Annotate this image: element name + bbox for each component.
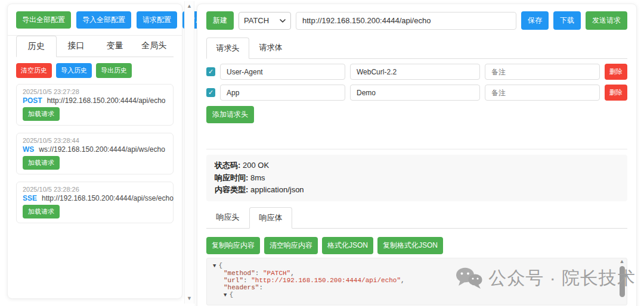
- history-timestamp: 2025/10/5 23:28:26: [23, 186, 167, 193]
- history-method: SSE: [23, 194, 37, 202]
- json-separator: :: [259, 284, 263, 291]
- export-history-button[interactable]: 导出历史: [96, 63, 132, 78]
- history-url: ws://192.168.150.200:4444/api/ws/echo: [39, 145, 165, 154]
- history-url: http://192.168.150.200:4444/api/sse/echo: [42, 194, 174, 202]
- delete-header-button[interactable]: 删除: [605, 64, 627, 80]
- copy-formatted-json-button[interactable]: 复制格式化JSON: [377, 237, 443, 254]
- json-line: ▼{: [213, 291, 624, 299]
- content-type-line: 内容类型: application/json: [215, 184, 619, 196]
- spacer: [206, 123, 627, 149]
- load-request-button[interactable]: 加载请求: [23, 107, 60, 121]
- request-tabs: 请求头 请求体: [206, 38, 627, 59]
- load-request-button[interactable]: 加载请求: [23, 205, 60, 218]
- sidebar-tabs: 历史 接口 变量 全局头: [16, 36, 174, 57]
- import-history-button[interactable]: 导入历史: [56, 63, 92, 78]
- tab-global-headers[interactable]: 全局头: [135, 36, 174, 57]
- json-comma: ,: [401, 277, 405, 284]
- delete-header-button[interactable]: 删除: [605, 85, 627, 101]
- divider: [206, 149, 627, 149]
- config-toolbar: 导出全部配置 导入全部配置 请求配置 常用工具: [16, 11, 174, 29]
- scroll-down-icon[interactable]: ▼: [187, 296, 192, 301]
- history-url: http://192.168.150.200:4444/api/echo: [47, 96, 166, 105]
- collapse-arrow-icon[interactable]: ▼: [213, 263, 216, 269]
- header-row: ✓ 删除: [206, 64, 627, 80]
- json-value: "http://192.168.150.200:4444/api/echo": [251, 277, 401, 284]
- tab-api[interactable]: 接口: [57, 36, 96, 57]
- status-code-label: 状态码:: [215, 161, 240, 170]
- scrollbar-thumb[interactable]: [620, 266, 625, 297]
- clear-history-button[interactable]: 清空历史: [16, 63, 52, 78]
- header-remark-input[interactable]: [485, 64, 600, 80]
- tab-variables[interactable]: 变量: [95, 36, 135, 57]
- json-line: ▼{: [213, 262, 624, 270]
- method-select[interactable]: PATCH: [239, 12, 291, 30]
- sidebar-panel: 导出全部配置 导入全部配置 请求配置 常用工具 历史 接口 变量 全局头 清空历…: [7, 4, 182, 299]
- copy-response-button[interactable]: 复制响应内容: [206, 237, 260, 254]
- header-name-input[interactable]: [220, 64, 345, 80]
- json-line: "headers":: [213, 284, 624, 291]
- history-method: WS: [23, 145, 34, 154]
- header-value-input[interactable]: [350, 85, 480, 101]
- json-line: "method": "PATCH",: [213, 270, 624, 277]
- history-method: POST: [23, 96, 42, 105]
- header-remark-input[interactable]: [485, 85, 600, 101]
- response-tabs: 响应头 响应体: [206, 207, 627, 229]
- header-enabled-checkbox[interactable]: ✓: [206, 88, 215, 97]
- json-comma: ,: [290, 270, 295, 277]
- response-scrollbar[interactable]: ▲: [618, 260, 626, 305]
- page-scrollbar[interactable]: ▲ ▼: [184, 1, 194, 304]
- header-enabled-checkbox[interactable]: ✓: [206, 67, 215, 76]
- json-bracket: {: [218, 262, 222, 269]
- scroll-up-icon[interactable]: ▲: [620, 260, 623, 265]
- tab-response-headers[interactable]: 响应头: [206, 207, 249, 228]
- history-request-line: POSThttp://192.168.150.200:4444/api/echo: [23, 96, 167, 105]
- chevron-down-icon: [280, 18, 286, 24]
- format-json-button[interactable]: 格式化JSON: [322, 237, 373, 254]
- export-all-config-button[interactable]: 导出全部配置: [16, 11, 71, 29]
- load-request-button[interactable]: 加载请求: [23, 156, 60, 170]
- status-code-line: 状态码: 200 OK: [215, 160, 619, 172]
- new-request-button[interactable]: 新建: [206, 11, 234, 30]
- request-config-button[interactable]: 请求配置: [137, 11, 177, 29]
- history-item: 2025/10/5 23:28:44 WSws://192.168.150.20…: [16, 133, 174, 174]
- send-request-button[interactable]: 发送请求: [586, 11, 627, 30]
- request-toolbar: 新建 PATCH 保存 下载 发送请求: [206, 11, 627, 30]
- header-value-input[interactable]: [350, 64, 480, 80]
- content-type-label: 内容类型:: [215, 185, 248, 194]
- download-button[interactable]: 下载: [553, 11, 581, 30]
- json-line: "url": "http://192.168.150.200:4444/api/…: [213, 277, 624, 284]
- history-request-line: WSws://192.168.150.200:4444/api/ws/echo: [23, 145, 167, 154]
- json-key: "url": [224, 277, 243, 284]
- scroll-up-icon[interactable]: ▲: [187, 4, 192, 9]
- history-actions: 清空历史 导入历史 导出历史: [16, 63, 174, 78]
- url-input[interactable]: [296, 12, 516, 30]
- save-button[interactable]: 保存: [521, 11, 549, 30]
- tab-history[interactable]: 历史: [16, 36, 57, 57]
- response-time-label: 响应时间:: [215, 173, 248, 182]
- response-time-value: 8ms: [250, 173, 265, 182]
- content-type-value: application/json: [250, 185, 304, 194]
- response-status-box: 状态码: 200 OK 响应时间: 8ms 内容类型: application/…: [206, 155, 627, 201]
- status-code-value: 200 OK: [243, 161, 269, 170]
- request-panel: 新建 PATCH 保存 下载 发送请求 请求头 请求体 ✓ 删除 ✓ 删除 添加…: [197, 4, 637, 306]
- json-separator: :: [255, 270, 263, 277]
- json-value: "PATCH": [263, 270, 290, 277]
- history-timestamp: 2025/10/5 23:27:28: [23, 88, 167, 95]
- collapse-arrow-icon[interactable]: ▼: [224, 292, 227, 298]
- json-bracket: {: [229, 291, 233, 298]
- tab-request-headers[interactable]: 请求头: [206, 38, 249, 59]
- history-list: 2025/10/5 23:27:28 POSThttp://192.168.15…: [16, 84, 174, 223]
- history-request-line: SSEhttp://192.168.150.200:4444/api/sse/e…: [23, 194, 167, 202]
- response-body-viewer[interactable]: ▼{ "method": "PATCH", "url": "http://192…: [206, 258, 627, 305]
- tab-request-body[interactable]: 请求体: [249, 38, 292, 58]
- method-select-value: PATCH: [244, 16, 269, 25]
- history-item: 2025/10/5 23:27:28 POSThttp://192.168.15…: [16, 84, 174, 126]
- history-timestamp: 2025/10/5 23:28:44: [23, 137, 167, 144]
- add-header-button[interactable]: 添加请求头: [206, 106, 254, 123]
- clear-response-button[interactable]: 清空响应内容: [264, 237, 318, 254]
- json-key: "method": [224, 270, 255, 277]
- header-name-input[interactable]: [220, 85, 345, 101]
- tab-response-body[interactable]: 响应体: [249, 207, 292, 229]
- response-actions: 复制响应内容 清空响应内容 格式化JSON 复制格式化JSON: [206, 237, 627, 254]
- import-all-config-button[interactable]: 导入全部配置: [76, 11, 131, 29]
